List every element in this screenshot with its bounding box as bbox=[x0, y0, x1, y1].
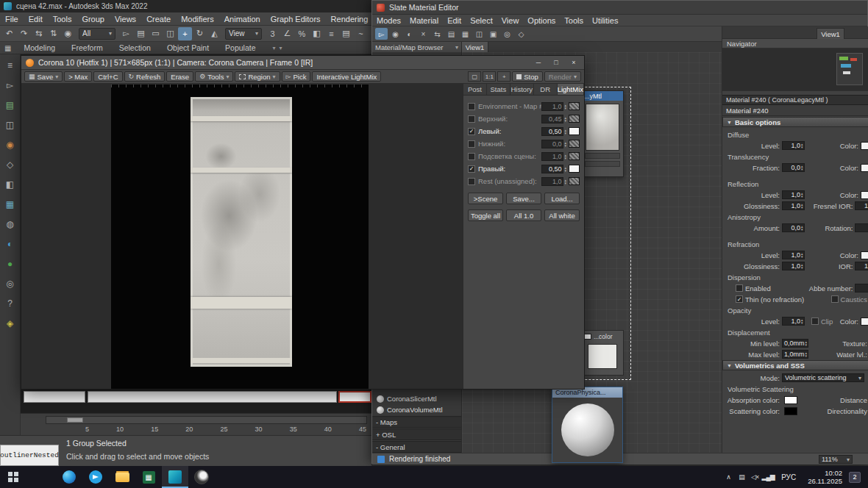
lightmix-checkbox[interactable] bbox=[468, 128, 475, 135]
vfb-tab[interactable]: Stats bbox=[487, 84, 511, 95]
spinner[interactable]: ▴▾ bbox=[564, 154, 566, 159]
ribbon-tab[interactable]: Freeform bbox=[63, 43, 111, 52]
mode-dropdown[interactable]: Volumetric scattering▾ bbox=[782, 373, 864, 382]
lightmix-checkbox[interactable] bbox=[468, 165, 475, 173]
browser-section-header[interactable]: - General bbox=[372, 441, 461, 453]
render-icon[interactable]: ● bbox=[4, 257, 17, 270]
lightmix-intensity-field[interactable]: 1,0 bbox=[541, 177, 563, 186]
value-field[interactable]: 1,0mm ▴▾ bbox=[782, 350, 808, 359]
hide-unused-slots-icon[interactable]: ▤ bbox=[445, 28, 458, 40]
save-button[interactable]: ▦Save▾ bbox=[24, 71, 63, 82]
layout-all-icon[interactable]: ◫ bbox=[473, 28, 485, 40]
spinner[interactable]: ▴▾ bbox=[801, 192, 803, 198]
vfb-tab[interactable]: History bbox=[511, 84, 534, 95]
spinner[interactable]: ▴▾ bbox=[801, 143, 803, 148]
maxscript-icon[interactable]: ◈ bbox=[4, 317, 17, 330]
value-field[interactable]: 1,5 ▴▾ bbox=[855, 262, 868, 270]
value-field[interactable]: ▴▾ bbox=[855, 284, 868, 293]
stop-render-button[interactable]: Stop bbox=[512, 71, 543, 82]
zoom-in-icon[interactable]: + bbox=[497, 71, 511, 82]
menu-item[interactable]: Select bbox=[466, 16, 497, 25]
lightmix-intensity-field[interactable]: 0,45 bbox=[541, 115, 563, 123]
lightmix-intensity-field[interactable]: 0,0 bbox=[541, 140, 563, 148]
color-swatch[interactable] bbox=[861, 191, 868, 199]
lightmix-color-swatch[interactable] bbox=[569, 165, 580, 173]
material-name[interactable]: Material #240 bbox=[722, 105, 868, 116]
checkbox-icon[interactable] bbox=[811, 317, 819, 325]
undo-icon[interactable]: ↶ bbox=[2, 27, 16, 40]
spinner[interactable]: ▴▾ bbox=[564, 116, 566, 122]
tray-expand-icon[interactable]: ∧ bbox=[722, 466, 735, 488]
interactive-lightmix-button[interactable]: Interactive LightMix bbox=[312, 71, 381, 82]
chat-app-icon[interactable] bbox=[82, 466, 109, 488]
menu-item[interactable]: Animation bbox=[219, 15, 266, 24]
value-field[interactable]: 0,0 ▴▾ bbox=[782, 163, 805, 172]
layer-explorer-icon[interactable]: ▤ bbox=[339, 27, 353, 40]
value-field[interactable]: 1,0 ▴▾ bbox=[782, 251, 805, 259]
select-by-name-icon[interactable]: ▤ bbox=[134, 27, 148, 40]
bind-to-spacewarp-icon[interactable]: ◉ bbox=[61, 27, 75, 40]
viewport-layout-icon[interactable]: ◫ bbox=[4, 118, 17, 132]
spinner[interactable]: ▴▾ bbox=[564, 179, 566, 184]
maximize-button[interactable]: □ bbox=[547, 57, 565, 69]
material-editor-icon[interactable]: ◐ bbox=[4, 237, 17, 251]
ribbon-minimize-icon[interactable]: ▾▾ bbox=[273, 45, 286, 51]
material-node[interactable]: ...yMtl bbox=[581, 90, 624, 177]
reference-coordsys-dropdown[interactable]: View▾ bbox=[225, 28, 262, 40]
lightmix-color-swatch[interactable] bbox=[569, 177, 580, 185]
corona-physical-preview-window[interactable]: CoronaPhysica... bbox=[552, 387, 623, 463]
lightmix-checkbox[interactable] bbox=[468, 153, 475, 160]
spinner[interactable]: ▴▾ bbox=[564, 129, 566, 134]
render-button[interactable]: Render▾ bbox=[544, 71, 581, 82]
select-and-scale-icon[interactable]: ◭ bbox=[207, 27, 221, 40]
spinner[interactable]: ▴▾ bbox=[564, 104, 566, 110]
lightmix-color-swatch[interactable] bbox=[569, 115, 580, 123]
workspace-menu-icon[interactable]: ≡ bbox=[4, 59, 17, 72]
value-field[interactable]: 1,0 ▴▾ bbox=[782, 141, 805, 150]
menu-item[interactable]: Modifiers bbox=[176, 15, 219, 24]
zoom-fit-icon[interactable]: ▢ bbox=[468, 71, 481, 82]
camera-icon[interactable]: ◎ bbox=[4, 277, 17, 290]
zoom-actual-icon[interactable]: 1:1 bbox=[483, 71, 496, 82]
lightmix-checkbox[interactable] bbox=[468, 140, 475, 148]
spinner[interactable]: ▴▾ bbox=[805, 351, 808, 357]
menu-item[interactable]: Material bbox=[405, 16, 443, 25]
vfb-tab[interactable]: DR bbox=[534, 84, 558, 95]
lightmix-color-swatch[interactable] bbox=[569, 102, 580, 110]
slate-titlebar[interactable]: Slate Material Editor bbox=[372, 1, 867, 15]
spinner[interactable]: ▴▾ bbox=[801, 225, 803, 231]
menu-item[interactable]: Edit bbox=[443, 16, 466, 25]
spinner[interactable]: ▴▾ bbox=[805, 340, 808, 346]
vfb-tab[interactable]: LightMix bbox=[558, 84, 584, 95]
parameter-checkbox[interactable]: Clip bbox=[811, 317, 833, 326]
menu-item[interactable]: Create bbox=[141, 15, 176, 24]
modifier-list-icon[interactable]: ◇ bbox=[4, 158, 17, 171]
lightmix-checkbox[interactable] bbox=[468, 103, 475, 110]
value-field[interactable]: 1,0 ▴▾ bbox=[782, 317, 805, 326]
rollout-basic-options[interactable]: ▼ Basic options bbox=[722, 117, 868, 127]
value-field[interactable]: 1,0 ▴▾ bbox=[782, 201, 805, 210]
lightmix-button[interactable]: All 1.0 bbox=[506, 209, 541, 221]
lightmix-intensity-field[interactable]: 1,0 bbox=[541, 152, 563, 161]
pick-button[interactable]: ▻Pick bbox=[282, 71, 311, 82]
assign-to-selection-icon[interactable]: ◐ bbox=[403, 28, 416, 40]
browser-section-header[interactable]: - Maps bbox=[372, 416, 461, 428]
value-field[interactable]: 1,0 ▴▾ bbox=[782, 190, 805, 199]
render-view[interactable] bbox=[21, 84, 463, 389]
window-crossing-icon[interactable]: ◫ bbox=[163, 27, 177, 40]
color-swatch[interactable] bbox=[861, 317, 868, 326]
select-and-move-icon[interactable]: + bbox=[178, 27, 192, 40]
volume-muted-icon[interactable]: ◁× bbox=[748, 466, 761, 488]
zoom-tool-icon[interactable]: ◎ bbox=[501, 28, 513, 40]
ribbon-tab[interactable]: Populate bbox=[217, 43, 263, 52]
menu-item[interactable]: Rendering bbox=[326, 15, 374, 24]
node-slot[interactable] bbox=[585, 153, 620, 159]
slate-view-tab[interactable]: View1 bbox=[462, 42, 488, 52]
menu-item[interactable]: Views bbox=[110, 15, 141, 24]
clock[interactable]: 10:02 26.11.2025 bbox=[803, 469, 847, 485]
spinner[interactable]: ▴▾ bbox=[564, 166, 566, 172]
menu-item[interactable]: View bbox=[497, 16, 524, 25]
close-button[interactable]: × bbox=[565, 57, 583, 69]
vfb-tab[interactable]: Post bbox=[463, 84, 487, 95]
checkbox-icon[interactable] bbox=[831, 295, 839, 303]
